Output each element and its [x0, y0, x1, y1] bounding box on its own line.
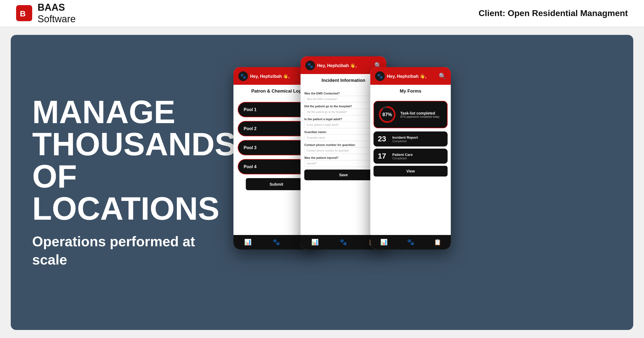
incident-report-number: 23 — [378, 135, 389, 143]
incident-report-status: Completed — [392, 139, 418, 143]
phone3-body: 87% Task-list completed 87% paperwork co… — [370, 101, 451, 195]
phone1-avatar: 🐾 — [238, 71, 248, 81]
patient-care-stat: 17 Patient Care Completed — [374, 149, 448, 164]
progress-percentage: 87% — [382, 112, 392, 117]
phone3-greeting-text: Hey, Hephzibah 👋, — [387, 74, 426, 79]
hero-title-line3: OF LOCATIONS — [32, 160, 220, 225]
svg-text:B: B — [20, 9, 26, 18]
view-button[interactable]: View — [374, 166, 448, 177]
nav-chart-icon-2[interactable]: 📊 — [311, 239, 319, 246]
logo-product: Software — [38, 13, 76, 25]
logo-area: B BAAS Software — [16, 2, 76, 25]
phone3-header-row: 🐾 Hey, Hephzibah 👋, 🔍 — [375, 71, 446, 81]
left-text-area: MANAGE THOUSANDS OF LOCATIONS Operations… — [32, 96, 220, 269]
progress-card: 87% Task-list completed 87% paperwork co… — [374, 101, 448, 128]
nav-doc-icon-3[interactable]: 📋 — [434, 239, 441, 246]
incident-report-info: Incident Report Completed — [392, 135, 418, 143]
hero-subtitle: Operations performed at scale — [32, 233, 220, 269]
hero-title-line2: THOUSANDS — [32, 128, 220, 160]
page-header: B BAAS Software Client: Open Residential… — [0, 0, 644, 27]
nav-paw-icon-2[interactable]: 🐾 — [340, 239, 347, 246]
pool-4-label: Pool 4 — [244, 164, 257, 169]
pool-1-label: Pool 1 — [244, 107, 257, 112]
main-content: MANAGE THOUSANDS OF LOCATIONS Operations… — [11, 35, 633, 330]
logo-icon: B — [16, 5, 32, 21]
nav-paw-icon-3[interactable]: 🐾 — [407, 239, 414, 246]
phone2-greeting-text: Hey, Hephzibah 👋, — [317, 63, 357, 68]
phone2-greeting-area: 🐾 Hey, Hephzibah 👋, — [305, 61, 357, 70]
phone3-title: My Forms — [400, 89, 421, 94]
task-title: Task-list completed — [400, 111, 440, 115]
logo-text: BAAS Software — [38, 2, 76, 25]
patient-care-status: Completed — [392, 157, 413, 160]
patient-care-name: Patient Care — [392, 153, 413, 157]
client-label: Client: Open Residential Managment — [478, 8, 628, 18]
phone-my-forms: 🐾 Hey, Hephzibah 👋, 🔍 My Forms — [370, 67, 451, 249]
phone3-avatar: 🐾 — [375, 71, 385, 81]
nav-chart-icon-3[interactable]: 📊 — [380, 239, 387, 246]
task-sub: 87% paperwork completed today — [400, 115, 440, 118]
nav-chart-icon-1[interactable]: 📊 — [244, 239, 251, 246]
paw-icon-1: 🐾 — [240, 73, 246, 79]
pool-3-label: Pool 3 — [244, 145, 257, 150]
phone2-avatar: 🐾 — [305, 61, 315, 70]
phone3-header: 🐾 Hey, Hephzibah 👋, 🔍 — [370, 67, 451, 85]
phone3-greeting-area: 🐾 Hey, Hephzibah 👋, — [375, 71, 426, 81]
phone1-title: Patron & Chemical Log — [251, 89, 301, 94]
submit-button[interactable]: Submit — [246, 178, 307, 190]
incident-report-stat: 23 Incident Report Completed — [374, 131, 448, 146]
patient-care-number: 17 — [378, 152, 389, 160]
logo-brand: BAAS — [38, 2, 76, 13]
phone3-title-bar: My Forms — [370, 85, 451, 98]
task-info: Task-list completed 87% paperwork comple… — [400, 111, 440, 118]
progress-circle: 87% — [378, 105, 397, 124]
pool-2-label: Pool 2 — [244, 126, 257, 131]
phone3-search-icon[interactable]: 🔍 — [439, 73, 446, 80]
hero-title: MANAGE THOUSANDS OF LOCATIONS — [32, 96, 220, 225]
hero-title-line1: MANAGE — [32, 96, 220, 128]
phone1-greeting-area: 🐾 Hey, Hephzibah 👋, — [238, 71, 290, 81]
patient-care-info: Patient Care Completed — [392, 153, 413, 160]
phone1-greeting-text: Hey, Hephzibah 👋, — [250, 74, 290, 79]
phone2-title: Incident Information — [321, 78, 365, 83]
phone2-header-row: 🐾 Hey, Hephzibah 👋, 🔍 — [305, 61, 382, 70]
incident-report-name: Incident Report — [392, 135, 418, 139]
nav-paw-icon-1[interactable]: 🐾 — [273, 239, 280, 246]
paw-icon-3: 🐾 — [377, 73, 383, 79]
paw-icon-2: 🐾 — [307, 63, 313, 68]
phone3-bottom-nav: 📊 🐾 📋 — [370, 235, 451, 249]
phones-container: 🐾 Hey, Hephzibah 👋, 🔍 Patron & Chemical … — [220, 35, 612, 330]
